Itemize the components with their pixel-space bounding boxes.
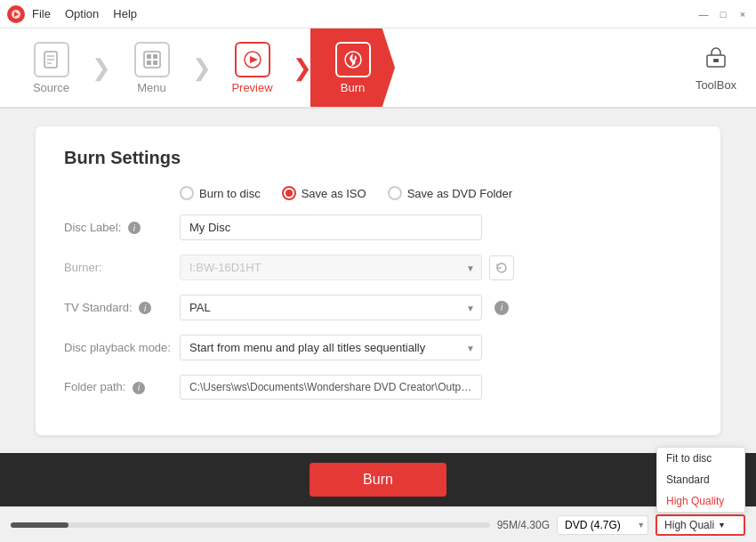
folder-path-row: Folder path: i C:\Users\ws\Documents\Won… — [64, 375, 692, 400]
quality-option-high[interactable]: High Quality — [657, 490, 744, 512]
svg-rect-9 — [147, 61, 151, 65]
tv-standard-controls: PAL NTSC ▼ i — [180, 295, 509, 320]
disc-type-select[interactable]: DVD (4.7G) DVD (8.5G) Blu-ray (25G) — [557, 515, 648, 535]
svg-rect-10 — [153, 61, 157, 65]
minimize-button[interactable]: — — [697, 8, 710, 20]
folder-path-value: C:\Users\ws\Documents\Wondershare DVD Cr… — [180, 375, 482, 400]
tab-preview[interactable]: Preview — [210, 28, 294, 107]
toolbox-button[interactable]: ToolBox — [685, 44, 747, 92]
burn-button[interactable]: Burn — [310, 463, 446, 497]
burn-bar: Burn — [0, 453, 756, 506]
quality-option-standard[interactable]: Standard — [657, 469, 744, 490]
status-bar: 95M/4.30G DVD (4.7G) DVD (8.5G) Blu-ray … — [0, 506, 756, 542]
disc-label-info-icon[interactable]: i — [128, 222, 141, 234]
radio-burn-disc-circle — [180, 186, 194, 200]
burner-row: Burner: I:BW-16D1HT ▼ — [64, 255, 692, 280]
radio-burn-disc-label: Burn to disc — [199, 187, 261, 200]
progress-bar-fill — [11, 522, 68, 528]
disc-label-row: Disc Label: i — [64, 214, 692, 240]
tv-standard-label: TV Standard: i — [64, 301, 180, 315]
burner-controls: I:BW-16D1HT ▼ — [180, 255, 514, 280]
radio-burn-disc[interactable]: Burn to disc — [180, 186, 261, 200]
tab-menu[interactable]: Menu — [109, 28, 194, 107]
progress-text: 95M/4.30G — [497, 519, 550, 531]
burn-options: Burn to disc Save as ISO Save as DVD Fol… — [180, 186, 512, 200]
tab-burn[interactable]: Burn — [310, 28, 395, 107]
title-bar: File Option Help — □ × — [0, 0, 756, 28]
settings-card: Burn Settings Burn to disc Save as ISO S… — [36, 126, 720, 435]
quality-option-fit[interactable]: Fit to disc — [657, 448, 744, 469]
burner-select-wrapper: I:BW-16D1HT ▼ — [180, 255, 482, 280]
quality-label: High Quali — [664, 519, 714, 531]
tab-source-label: Source — [33, 81, 69, 94]
tv-select-wrapper: PAL NTSC ▼ — [180, 295, 482, 320]
tab-source[interactable]: Source — [9, 28, 93, 107]
menu-file[interactable]: File — [32, 7, 51, 20]
disc-label-input[interactable] — [180, 214, 482, 240]
burn-options-row: Burn to disc Save as ISO Save as DVD Fol… — [64, 186, 692, 200]
burner-select[interactable]: I:BW-16D1HT — [180, 255, 482, 280]
chevron-3: ❯ — [293, 54, 312, 82]
menu-bar: File Option Help — [32, 7, 137, 20]
maximize-button[interactable]: □ — [717, 8, 729, 20]
preview-tab-icon — [235, 42, 270, 77]
nav-bar: Source ❯ Menu ❯ — [0, 28, 756, 109]
quality-arrow-icon: ▼ — [718, 521, 726, 530]
folder-path-info-icon[interactable]: i — [133, 382, 145, 394]
quality-dropdown: Fit to disc Standard High Quality — [656, 447, 745, 513]
menu-help[interactable]: Help — [113, 7, 137, 20]
disc-label-label: Disc Label: i — [64, 221, 180, 235]
svg-rect-7 — [147, 54, 151, 59]
window-controls: — □ × — [697, 0, 749, 28]
radio-save-iso[interactable]: Save as ISO — [282, 186, 366, 200]
disc-playback-select-wrapper: Start from menu and play all titles sequ… — [180, 335, 482, 360]
tv-standard-select[interactable]: PAL NTSC — [180, 295, 482, 320]
settings-title: Burn Settings — [64, 148, 692, 168]
app-logo — [7, 5, 25, 23]
tab-preview-label: Preview — [231, 81, 272, 94]
radio-save-iso-circle — [282, 186, 296, 200]
burner-label: Burner: — [64, 261, 180, 274]
close-button[interactable]: × — [736, 8, 749, 20]
radio-save-dvd-label: Save as DVD Folder — [407, 187, 513, 200]
radio-save-dvd[interactable]: Save as DVD Folder — [388, 186, 513, 200]
quality-dropdown-wrapper: High Quali ▼ Fit to disc Standard High Q… — [655, 514, 745, 536]
svg-rect-6 — [144, 52, 160, 68]
toolbox-label: ToolBox — [696, 78, 736, 92]
burner-refresh-button[interactable] — [489, 255, 514, 280]
main-content: Burn Settings Burn to disc Save as ISO S… — [0, 109, 756, 453]
quality-button[interactable]: High Quali ▼ — [655, 514, 745, 536]
tv-standard-row: TV Standard: i PAL NTSC ▼ i — [64, 295, 692, 320]
toolbox-icon — [704, 44, 728, 75]
svg-rect-15 — [713, 59, 719, 62]
chevron-2: ❯ — [192, 54, 212, 82]
disc-playback-select[interactable]: Start from menu and play all titles sequ… — [180, 335, 482, 360]
tv-standard-info2-icon[interactable]: i — [495, 301, 509, 315]
burn-tab-icon — [335, 42, 371, 77]
radio-save-iso-label: Save as ISO — [302, 187, 366, 200]
folder-path-label: Folder path: i — [64, 380, 180, 394]
radio-save-dvd-circle — [388, 186, 402, 200]
menu-option[interactable]: Option — [65, 7, 99, 20]
disc-playback-label: Disc playback mode: — [64, 341, 180, 354]
svg-rect-8 — [153, 54, 157, 59]
progress-bar — [11, 522, 490, 528]
svg-marker-12 — [250, 56, 258, 63]
source-tab-icon — [34, 42, 69, 77]
nav-tabs: Source ❯ Menu ❯ — [9, 28, 395, 107]
tv-standard-info-icon[interactable]: i — [139, 302, 151, 314]
disc-type-selector: DVD (4.7G) DVD (8.5G) Blu-ray (25G) ▼ — [557, 515, 648, 535]
disc-playback-row: Disc playback mode: Start from menu and … — [64, 335, 692, 360]
tab-burn-label: Burn — [341, 81, 365, 94]
chevron-1: ❯ — [92, 54, 111, 82]
menu-tab-icon — [134, 42, 170, 77]
tab-menu-label: Menu — [137, 81, 166, 94]
